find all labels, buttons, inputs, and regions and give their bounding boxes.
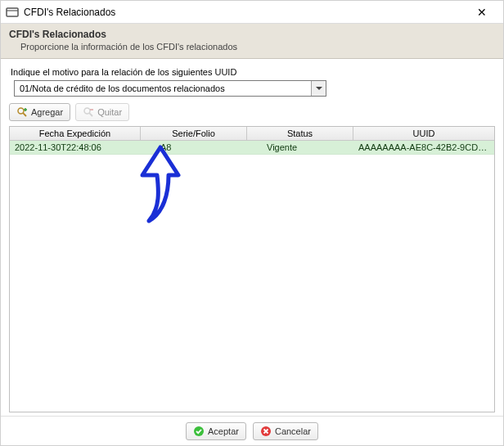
svg-point-2 xyxy=(18,108,24,114)
motivo-select[interactable]: 01/Nota de crédito de los documentos rel… xyxy=(14,80,326,97)
col-serie[interactable]: Serie/Folio xyxy=(141,127,247,140)
quitar-label: Quitar xyxy=(97,107,122,117)
svg-line-3 xyxy=(23,113,26,116)
toolbar: Agregar Quitar xyxy=(9,103,495,121)
col-uuid[interactable]: UUID xyxy=(353,127,494,140)
cell-uuid: AAAAAAAA-AE8C-42B2-9CDF-4... xyxy=(353,141,494,154)
window-titlebar: CFDI's Relacionados ✕ xyxy=(1,1,503,24)
window-title: CFDI's Relacionados xyxy=(24,7,466,18)
svg-rect-0 xyxy=(7,8,18,16)
table-row[interactable]: 2022-11-30T22:48:06 A8 Vigente AAAAAAAA-… xyxy=(10,141,494,155)
col-status[interactable]: Status xyxy=(247,127,353,140)
svg-line-7 xyxy=(89,113,92,116)
search-add-icon xyxy=(16,106,28,118)
agregar-button[interactable]: Agregar xyxy=(9,103,70,121)
x-circle-icon xyxy=(260,426,272,437)
agregar-label: Agregar xyxy=(31,107,63,117)
cancelar-button[interactable]: Cancelar xyxy=(253,422,318,440)
svg-point-6 xyxy=(84,108,90,114)
cancelar-label: Cancelar xyxy=(275,426,311,436)
subheader-title: CFDI's Relacionados xyxy=(9,29,495,40)
search-remove-icon xyxy=(83,106,94,118)
grid-header: Fecha Expedición Serie/Folio Status UUID xyxy=(10,127,494,141)
subheader-description: Proporcione la información de los CFDI's… xyxy=(20,42,495,52)
close-icon: ✕ xyxy=(477,7,487,18)
motivo-selected-value: 01/Nota de crédito de los documentos rel… xyxy=(15,81,311,96)
dialog-footer: Aceptar Cancelar xyxy=(1,416,503,445)
aceptar-label: Aceptar xyxy=(208,426,239,436)
cell-serie: A8 xyxy=(141,141,247,154)
col-fecha[interactable]: Fecha Expedición xyxy=(10,127,141,140)
cell-fecha: 2022-11-30T22:48:06 xyxy=(10,141,141,154)
chevron-down-icon xyxy=(311,81,326,96)
check-circle-icon xyxy=(193,426,205,437)
close-button[interactable]: ✕ xyxy=(466,1,498,24)
dialog-subheader: CFDI's Relacionados Proporcione la infor… xyxy=(1,24,503,59)
cell-status: Vigente xyxy=(247,141,353,154)
app-icon xyxy=(6,6,19,19)
cfdi-grid: Fecha Expedición Serie/Folio Status UUID… xyxy=(9,126,495,412)
aceptar-button[interactable]: Aceptar xyxy=(186,422,246,440)
content-area: Indique el motivo para la relación de lo… xyxy=(1,59,503,412)
motivo-label: Indique el motivo para la relación de lo… xyxy=(11,67,495,77)
quitar-button: Quitar xyxy=(75,103,129,121)
